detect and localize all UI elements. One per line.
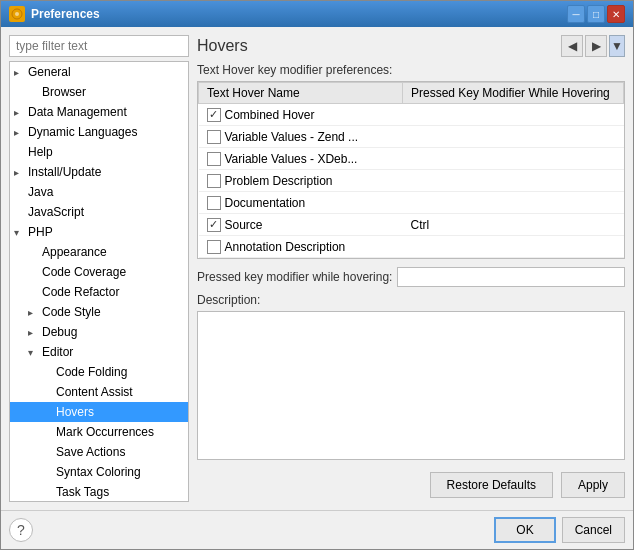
row-checkbox[interactable] bbox=[207, 130, 221, 144]
tree-item-label: Save Actions bbox=[56, 445, 125, 459]
hover-table: Text Hover Name Pressed Key Modifier Whi… bbox=[197, 81, 625, 259]
table-row[interactable]: Documentation bbox=[199, 192, 624, 214]
table-row[interactable]: Variable Values - XDeb... bbox=[199, 148, 624, 170]
tree-item-install/update[interactable]: ▸Install/Update bbox=[10, 162, 188, 182]
hover-name: Variable Values - XDeb... bbox=[225, 152, 358, 166]
tree-item-label: Mark Occurrences bbox=[56, 425, 154, 439]
tree-item-label: General bbox=[28, 65, 71, 79]
tree-item-mark-occurrences[interactable]: Mark Occurrences bbox=[10, 422, 188, 442]
table-row[interactable]: Variable Values - Zend ... bbox=[199, 126, 624, 148]
tree-item-label: JavaScript bbox=[28, 205, 84, 219]
dropdown-button[interactable]: ▼ bbox=[609, 35, 625, 57]
tree-item-syntax-coloring[interactable]: Syntax Coloring bbox=[10, 462, 188, 482]
tree-item-label: Content Assist bbox=[56, 385, 133, 399]
tree-item-label: Hovers bbox=[56, 405, 94, 419]
tree-item-appearance[interactable]: Appearance bbox=[10, 242, 188, 262]
hover-modifier: Ctrl bbox=[403, 214, 624, 236]
tree-item-label: Code Style bbox=[42, 305, 101, 319]
tree-arrow-icon: ▸ bbox=[28, 307, 40, 318]
row-checkbox[interactable] bbox=[207, 108, 221, 122]
tree-item-label: Code Refactor bbox=[42, 285, 119, 299]
hover-name: Annotation Description bbox=[225, 240, 346, 254]
tree-arrow-icon: ▸ bbox=[14, 67, 26, 78]
tree-item-javascript[interactable]: JavaScript bbox=[10, 202, 188, 222]
description-label: Description: bbox=[197, 293, 625, 307]
hover-modifier bbox=[403, 126, 624, 148]
tree-item-label: Appearance bbox=[42, 245, 107, 259]
help-button[interactable]: ? bbox=[9, 518, 33, 542]
table-row[interactable]: Combined Hover bbox=[199, 104, 624, 126]
nav-buttons: ◀ ▶ ▼ bbox=[561, 35, 625, 57]
tree-arrow-icon: ▾ bbox=[28, 347, 40, 358]
tree-item-label: Task Tags bbox=[56, 485, 109, 499]
tree-item-data-management[interactable]: ▸Data Management bbox=[10, 102, 188, 122]
svg-point-1 bbox=[15, 12, 19, 16]
window-title: Preferences bbox=[31, 7, 100, 21]
restore-defaults-button[interactable]: Restore Defaults bbox=[430, 472, 553, 498]
tree-arrow-icon: ▸ bbox=[28, 327, 40, 338]
tree-item-save-actions[interactable]: Save Actions bbox=[10, 442, 188, 462]
apply-button[interactable]: Apply bbox=[561, 472, 625, 498]
row-checkbox[interactable] bbox=[207, 174, 221, 188]
tree-arrow-icon: ▸ bbox=[14, 107, 26, 118]
filter-input[interactable] bbox=[9, 35, 189, 57]
close-button[interactable]: ✕ bbox=[607, 5, 625, 23]
tree-item-label: Dynamic Languages bbox=[28, 125, 137, 139]
hover-rows-body: Combined HoverVariable Values - Zend ...… bbox=[199, 104, 624, 258]
section-label: Text Hover key modifier preferences: bbox=[197, 63, 625, 77]
ok-button[interactable]: OK bbox=[494, 517, 555, 543]
tree-item-code-coverage[interactable]: Code Coverage bbox=[10, 262, 188, 282]
cancel-button[interactable]: Cancel bbox=[562, 517, 625, 543]
panel-title-bar: Hovers ◀ ▶ ▼ bbox=[197, 35, 625, 57]
hover-modifier bbox=[403, 192, 624, 214]
row-checkbox[interactable] bbox=[207, 196, 221, 210]
title-bar-left: Preferences bbox=[9, 6, 100, 22]
tree-arrow-icon: ▾ bbox=[14, 227, 26, 238]
tree-item-java[interactable]: Java bbox=[10, 182, 188, 202]
back-button[interactable]: ◀ bbox=[561, 35, 583, 57]
window-bottom: ? OK Cancel bbox=[1, 510, 633, 549]
tree-item-dynamic-languages[interactable]: ▸Dynamic Languages bbox=[10, 122, 188, 142]
panel-bottom-buttons: Restore Defaults Apply bbox=[197, 468, 625, 502]
tree-container: ▸GeneralBrowser▸Data Management▸Dynamic … bbox=[9, 61, 189, 502]
tree-item-browser[interactable]: Browser bbox=[10, 82, 188, 102]
table-row[interactable]: SourceCtrl bbox=[199, 214, 624, 236]
tree-item-hovers[interactable]: Hovers bbox=[10, 402, 188, 422]
title-buttons: ─ □ ✕ bbox=[567, 5, 625, 23]
hover-name: Source bbox=[225, 218, 263, 232]
tree-item-task-tags[interactable]: Task Tags bbox=[10, 482, 188, 502]
tree-item-code-refactor[interactable]: Code Refactor bbox=[10, 282, 188, 302]
row-checkbox[interactable] bbox=[207, 240, 221, 254]
tree-item-code-folding[interactable]: Code Folding bbox=[10, 362, 188, 382]
description-box bbox=[197, 311, 625, 460]
tree-item-editor[interactable]: ▾Editor bbox=[10, 342, 188, 362]
tree-item-content-assist[interactable]: Content Assist bbox=[10, 382, 188, 402]
tree-item-label: Help bbox=[28, 145, 53, 159]
tree-item-php[interactable]: ▾PHP bbox=[10, 222, 188, 242]
hover-modifier bbox=[403, 104, 624, 126]
hover-modifier bbox=[403, 148, 624, 170]
pressed-key-input[interactable] bbox=[397, 267, 625, 287]
forward-button[interactable]: ▶ bbox=[585, 35, 607, 57]
tree-item-label: Code Folding bbox=[56, 365, 127, 379]
hover-name: Variable Values - Zend ... bbox=[225, 130, 359, 144]
minimize-button[interactable]: ─ bbox=[567, 5, 585, 23]
tree-item-general[interactable]: ▸General bbox=[10, 62, 188, 82]
right-panel: Hovers ◀ ▶ ▼ Text Hover key modifier pre… bbox=[197, 35, 625, 502]
tree-item-label: Java bbox=[28, 185, 53, 199]
row-checkbox[interactable] bbox=[207, 218, 221, 232]
tree-item-label: PHP bbox=[28, 225, 53, 239]
tree-item-debug[interactable]: ▸Debug bbox=[10, 322, 188, 342]
col-hover-name: Text Hover Name bbox=[199, 83, 403, 104]
row-checkbox[interactable] bbox=[207, 152, 221, 166]
table-row[interactable]: Problem Description bbox=[199, 170, 624, 192]
hover-modifier bbox=[403, 170, 624, 192]
table-row[interactable]: Annotation Description bbox=[199, 236, 624, 258]
tree-item-label: Debug bbox=[42, 325, 77, 339]
tree-item-help[interactable]: Help bbox=[10, 142, 188, 162]
back-icon: ◀ bbox=[568, 39, 577, 53]
preferences-window: Preferences ─ □ ✕ ▸GeneralBrowser▸Data M… bbox=[0, 0, 634, 550]
hover-name: Documentation bbox=[225, 196, 306, 210]
tree-item-code-style[interactable]: ▸Code Style bbox=[10, 302, 188, 322]
maximize-button[interactable]: □ bbox=[587, 5, 605, 23]
